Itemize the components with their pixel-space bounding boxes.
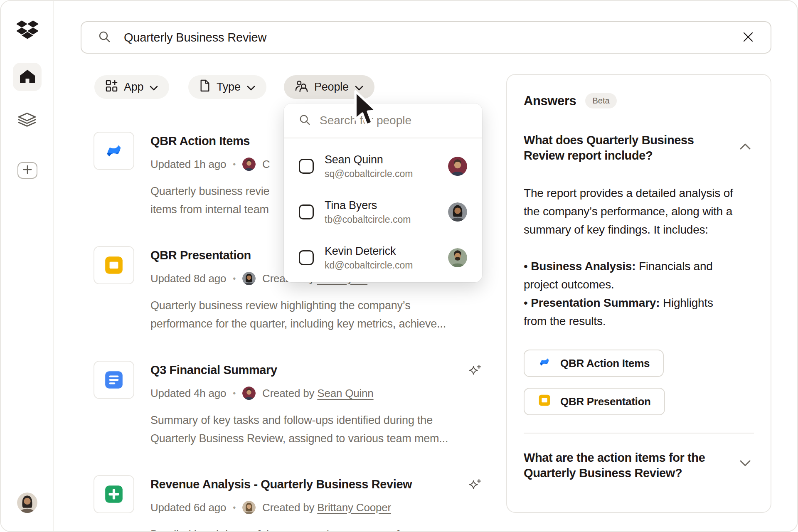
- answer-paragraph: The report provides a detailed analysis …: [524, 184, 761, 239]
- updated-label: Updated 4h ago: [150, 387, 226, 400]
- person-name: Kevin Deterick: [325, 245, 413, 258]
- person-name: Sean Quinn: [325, 153, 413, 166]
- chevron-down-icon: [150, 81, 158, 94]
- person-email: kd@cobaltcircle.com: [325, 260, 413, 271]
- updated-label: Updated 1h ago: [150, 158, 226, 171]
- separator-dot: •: [233, 160, 236, 169]
- person-option[interactable]: Kevin Deterick kd@cobaltcircle.com: [284, 235, 482, 281]
- people-list: Sean Quinn sq@cobaltcircle.com Tina Byer…: [284, 138, 482, 281]
- divider: [524, 433, 754, 433]
- search-result-row[interactable]: Q3 Financial Summary Updated 4h ago • Cr…: [94, 361, 503, 448]
- source-chip-qbr-presentation[interactable]: QBR Presentation: [524, 388, 665, 415]
- person-checkbox[interactable]: [299, 204, 314, 219]
- dropbox-logo-icon[interactable]: [16, 20, 39, 41]
- answers-panel: Answers Beta What does Quarterly Busines…: [506, 74, 771, 513]
- separator-dot: •: [233, 503, 236, 512]
- bullet-item: • Business Analysis: Financials and: [524, 257, 756, 276]
- person-email: sq@cobaltcircle.com: [325, 168, 413, 180]
- google-sheets-icon: [94, 475, 134, 513]
- separator-dot: •: [233, 389, 236, 398]
- filter-chip-people[interactable]: People: [284, 75, 374, 99]
- search-icon: [98, 30, 111, 44]
- sidebar-item-stacks[interactable]: [18, 112, 36, 129]
- answers-question-1[interactable]: What does Quarterly Business Review repo…: [524, 133, 754, 163]
- answer-bullets: • Business Analysis: Financials and proj…: [524, 257, 756, 330]
- app-window: App Type People: [0, 0, 798, 532]
- creator-avatar: [242, 501, 256, 514]
- ai-sparkle-icon[interactable]: [468, 364, 482, 379]
- updated-label: Updated 8d ago: [150, 272, 226, 285]
- stacks-icon: [18, 112, 36, 129]
- clear-search-button[interactable]: [742, 31, 754, 44]
- filter-chip-people-label: People: [314, 81, 349, 94]
- people-icon: [295, 80, 308, 95]
- result-meta: Updated 6d ago • Created by Brittany Coo…: [150, 501, 503, 514]
- user-avatar[interactable]: [17, 493, 37, 513]
- chevron-up-icon[interactable]: [740, 143, 751, 151]
- person-option[interactable]: Tina Byers tb@cobaltcircle.com: [284, 189, 482, 235]
- people-search-row: [284, 103, 482, 138]
- close-icon: [742, 31, 754, 44]
- result-snippet: Detailed breakdown of the company's reve…: [150, 525, 503, 532]
- answer-sources: QBR Action Items QBR Presentation: [524, 350, 754, 415]
- filter-chip-type[interactable]: Type: [188, 75, 266, 99]
- google-slides-icon: [538, 394, 551, 410]
- search-bar: [81, 21, 771, 54]
- people-filter-dropdown: Sean Quinn sq@cobaltcircle.com Tina Byer…: [284, 103, 482, 282]
- bullet-item: • Presentation Summary: Highlights: [524, 294, 756, 312]
- answers-question-2[interactable]: What are the action items for the Quarte…: [524, 450, 754, 481]
- source-chip-label: QBR Action Items: [560, 357, 650, 370]
- answers-header: Answers Beta: [524, 93, 754, 108]
- person-avatar: [448, 248, 467, 267]
- creator-label: C: [262, 158, 270, 171]
- sidebar: [1, 1, 54, 532]
- creator-label: Created by Sean Quinn: [262, 387, 374, 400]
- filter-chip-app[interactable]: App: [94, 75, 169, 99]
- creator-label: Created by Brittany Cooper: [262, 501, 391, 514]
- result-title[interactable]: Q3 Financial Summary: [150, 361, 503, 377]
- sidebar-item-home[interactable]: [13, 63, 42, 91]
- person-email: tb@cobaltcircle.com: [325, 214, 411, 225]
- sidebar-add-button[interactable]: [17, 162, 37, 179]
- search-input[interactable]: [124, 31, 729, 44]
- result-meta: Updated 4h ago • Created by Sean Quinn: [150, 387, 503, 400]
- result-snippet: Quarterly business review highlighting t…: [150, 296, 503, 333]
- search-icon: [299, 114, 310, 127]
- creator-avatar: [242, 272, 256, 285]
- beta-badge: Beta: [585, 93, 616, 108]
- filter-chip-type-label: Type: [217, 81, 241, 94]
- document-icon: [200, 79, 210, 95]
- person-option[interactable]: Sean Quinn sq@cobaltcircle.com: [284, 143, 482, 189]
- creator-link[interactable]: Brittany Cooper: [317, 501, 391, 514]
- home-icon: [19, 69, 36, 85]
- creator-link[interactable]: Sean Quinn: [317, 387, 373, 399]
- answers-title: Answers: [524, 94, 576, 108]
- plus-icon: [23, 165, 32, 176]
- chevron-down-icon: [247, 81, 255, 94]
- confluence-icon: [538, 355, 551, 372]
- google-docs-icon: [94, 361, 134, 399]
- separator-dot: •: [233, 274, 236, 283]
- person-checkbox[interactable]: [299, 250, 314, 265]
- source-chip-qbr-action-items[interactable]: QBR Action Items: [524, 350, 664, 377]
- person-avatar: [448, 157, 467, 176]
- filter-chip-app-label: App: [124, 81, 143, 94]
- ai-sparkle-icon[interactable]: [468, 478, 482, 493]
- people-search-input[interactable]: [320, 114, 470, 127]
- source-chip-label: QBR Presentation: [560, 395, 651, 408]
- creator-avatar: [242, 387, 256, 400]
- person-checkbox[interactable]: [299, 159, 314, 174]
- creator-avatar: [242, 158, 256, 171]
- app-grid-icon: [106, 80, 118, 95]
- google-slides-icon: [94, 246, 134, 284]
- result-title[interactable]: Revenue Analysis - Quarterly Business Re…: [150, 475, 503, 492]
- confluence-icon: [94, 132, 134, 170]
- chevron-down-icon: [355, 81, 363, 94]
- person-avatar: [448, 202, 467, 222]
- updated-label: Updated 6d ago: [150, 501, 226, 514]
- chevron-down-icon[interactable]: [740, 460, 751, 468]
- result-snippet: Summary of key tasks and follow-ups iden…: [150, 411, 503, 448]
- search-result-row[interactable]: Revenue Analysis - Quarterly Business Re…: [94, 475, 503, 532]
- person-name: Tina Byers: [325, 199, 411, 212]
